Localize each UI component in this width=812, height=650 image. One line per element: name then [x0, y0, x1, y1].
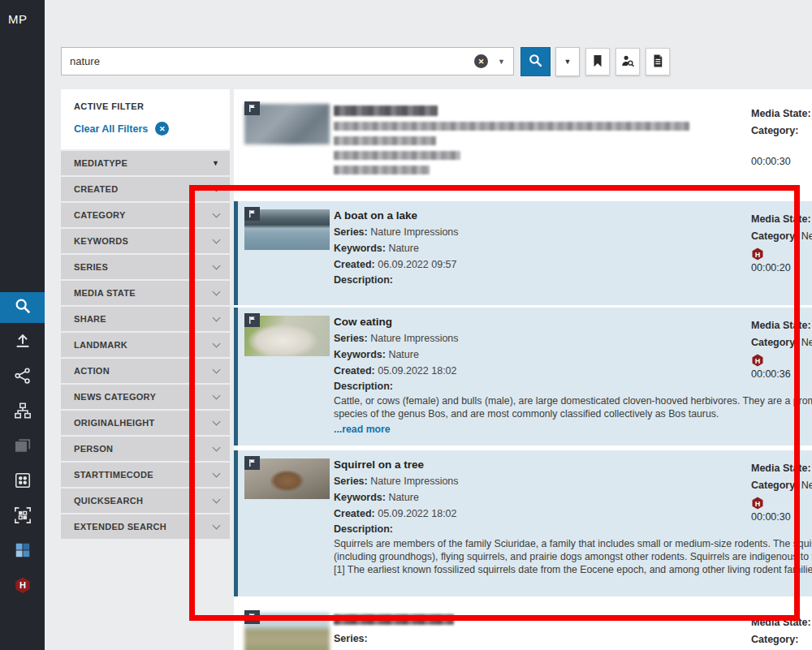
- video-thumbnail[interactable]: [244, 458, 330, 499]
- nav-collections[interactable]: [0, 432, 45, 463]
- nav-search[interactable]: [0, 292, 45, 323]
- redacted-text: [334, 122, 689, 131]
- video-thumbnail[interactable]: [244, 316, 330, 356]
- app-window: MP: [0, 0, 812, 650]
- result-meta-right: Media State: Category: Ne H 00:00:20: [751, 211, 812, 273]
- chevron-down-icon: [213, 391, 221, 399]
- nav-upload[interactable]: [0, 327, 45, 358]
- filter-group-originalheight[interactable]: ORIGINALHEIGHT: [61, 411, 230, 435]
- active-filter-title: ACTIVE FILTER: [74, 101, 217, 111]
- clip-flag-icon: [244, 101, 260, 115]
- category-label: Category:: [751, 480, 798, 491]
- redacted-title: [334, 614, 454, 625]
- document-button[interactable]: [646, 48, 670, 75]
- media-state-label: Media State:: [751, 213, 811, 225]
- clip-flag-icon: [244, 456, 260, 470]
- result-item-1[interactable]: Media State: Category: 00:00:30: [234, 96, 812, 190]
- description-text: Cattle, or cows (female) and bulls (male…: [334, 394, 812, 407]
- video-thumbnail[interactable]: [244, 209, 330, 250]
- series-value: Nature Impressions: [370, 333, 458, 344]
- brand-hexagon-icon: H: [14, 576, 32, 597]
- rail-nav: H: [0, 292, 45, 606]
- chevron-down-icon: [213, 287, 221, 295]
- chevron-down-icon: [213, 365, 221, 373]
- person-search-button[interactable]: [615, 48, 640, 75]
- clear-search-icon[interactable]: ✕: [474, 54, 488, 68]
- filter-group-category[interactable]: CATEGORY: [61, 203, 230, 227]
- search-icon: [14, 297, 32, 318]
- description-text: (including groundhogs), flying squirrels…: [334, 550, 812, 563]
- created-value: 05.09.2022 18:02: [378, 508, 456, 519]
- clear-filters-icon: ✕: [155, 122, 169, 136]
- chevron-down-icon: [213, 183, 221, 192]
- clip-duration: 00:00:30: [751, 156, 812, 167]
- video-thumbnail[interactable]: [244, 613, 330, 650]
- result-title: A boat on a lake: [334, 208, 812, 224]
- filter-group-created[interactable]: CREATED: [61, 177, 230, 201]
- description-text: Squirrels are members of the family Sciu…: [334, 537, 812, 550]
- filter-group-person[interactable]: PERSON: [61, 437, 230, 461]
- svg-text:H: H: [755, 357, 761, 365]
- results-list: Media State: Category: 00:00:30 A boat o…: [234, 89, 812, 650]
- result-meta-right: Media State: Category: H: [751, 614, 812, 650]
- keywords-value: Nature: [388, 349, 419, 360]
- result-item-3[interactable]: Cow eating Series: Nature Impressions Ke…: [234, 308, 812, 446]
- filter-group-media-state[interactable]: MEDIA STATE: [61, 281, 230, 305]
- read-more-link[interactable]: ...read more: [334, 422, 812, 437]
- nav-share[interactable]: [0, 362, 45, 393]
- result-title: Squirrel on a tree: [334, 457, 812, 473]
- nav-workflow[interactable]: [0, 397, 45, 428]
- video-thumbnail[interactable]: [244, 104, 330, 144]
- chevron-down-icon: [213, 521, 221, 529]
- nav-apps[interactable]: [0, 467, 45, 497]
- filter-group-mediatype[interactable]: MEDIATYPE ▼: [61, 151, 230, 175]
- clear-all-filters[interactable]: Clear All Filters ✕: [74, 122, 217, 136]
- nav-tiles[interactable]: [0, 536, 45, 567]
- redacted-text: [334, 151, 460, 160]
- nav-brand[interactable]: H: [0, 571, 45, 602]
- filter-group-quicksearch[interactable]: QUICKSEARCH: [61, 489, 230, 513]
- redacted-text: [334, 166, 430, 174]
- clip-duration: 00:00:30: [751, 511, 812, 523]
- svg-text:H: H: [755, 251, 761, 259]
- media-state-label: Media State:: [751, 617, 811, 628]
- filter-group-share[interactable]: SHARE: [61, 307, 230, 331]
- description-label: Description:: [334, 273, 812, 288]
- filter-group-news-category[interactable]: NEWS CATEGORY: [61, 385, 230, 409]
- filter-group-action[interactable]: ACTION: [61, 359, 230, 383]
- filter-group-keywords[interactable]: KEYWORDS: [61, 229, 230, 253]
- tiles-icon: [14, 541, 32, 562]
- chevron-down-icon: ▼: [564, 58, 572, 66]
- chevron-down-icon: [213, 469, 221, 477]
- svg-text:H: H: [755, 500, 761, 508]
- chevron-down-icon: ▼: [212, 159, 219, 167]
- chevron-down-icon: [213, 417, 221, 425]
- nav-scan[interactable]: [0, 501, 45, 532]
- search-input[interactable]: [62, 48, 474, 75]
- series-value: Nature Impressions: [370, 226, 458, 238]
- chevron-down-icon[interactable]: ▼: [498, 58, 505, 66]
- result-meta-right: Media State: Category: Ne H 00:00:36: [751, 317, 812, 380]
- search-button[interactable]: [520, 47, 551, 76]
- category-value: Ne: [801, 480, 812, 491]
- search-options-button[interactable]: ▼: [555, 47, 580, 76]
- chevron-down-icon: [213, 261, 221, 269]
- left-rail: MP: [0, 0, 45, 650]
- filter-group-extended-search[interactable]: EXTENDED SEARCH: [61, 514, 230, 539]
- filter-group-landmark[interactable]: LANDMARK: [61, 333, 230, 357]
- redacted-text: [334, 136, 436, 145]
- result-item-5[interactable]: Series: Keywords: Media State: Category:…: [234, 605, 812, 650]
- result-item-4[interactable]: Squirrel on a tree Series: Nature Impres…: [234, 450, 812, 596]
- filter-group-series[interactable]: SERIES: [61, 255, 230, 279]
- category-label: Category:: [751, 230, 798, 242]
- svg-text:H: H: [19, 580, 26, 590]
- result-item-2[interactable]: A boat on a lake Series: Nature Impressi…: [234, 201, 812, 305]
- filter-group-starttimecode[interactable]: STARTTIMECODE: [61, 463, 230, 487]
- brand-hexagon-icon: H: [751, 497, 764, 510]
- document-icon: [650, 54, 665, 71]
- chevron-down-icon: [213, 443, 221, 451]
- qr-code-icon: [14, 506, 32, 527]
- bookmark-button[interactable]: [585, 48, 610, 75]
- result-title: Cow eating: [334, 314, 812, 330]
- collection-icon: [14, 437, 32, 458]
